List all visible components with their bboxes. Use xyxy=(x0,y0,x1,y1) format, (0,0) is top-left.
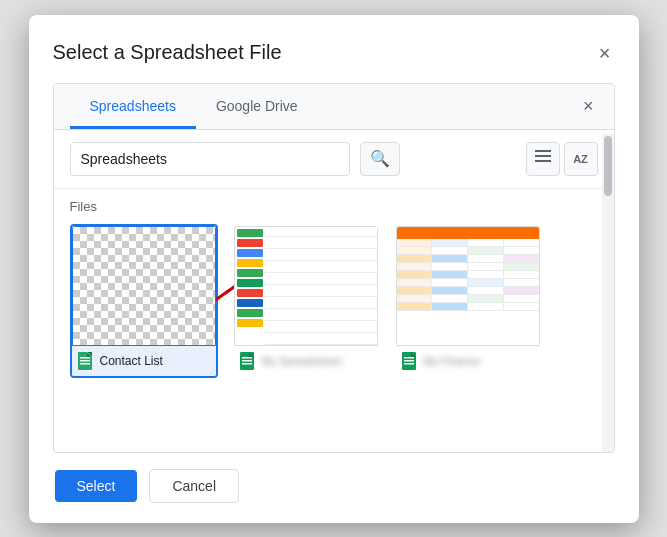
grid-view-icon xyxy=(535,150,551,167)
sheets-icon xyxy=(76,352,94,370)
outer-dialog-title: Select a Spreadsheet File xyxy=(53,41,282,64)
inner-close-button[interactable]: × xyxy=(579,92,598,121)
svg-rect-2 xyxy=(535,160,551,162)
tab-google-drive[interactable]: Google Drive xyxy=(196,84,318,129)
grid-preview xyxy=(265,227,377,345)
file-item[interactable]: My Finance xyxy=(394,224,542,378)
tab-spreadsheets[interactable]: Spreadsheets xyxy=(70,84,196,129)
grid-view-button[interactable] xyxy=(526,142,560,176)
svg-rect-17 xyxy=(404,360,414,362)
file-item[interactable]: My Spreadsheet xyxy=(232,224,380,378)
blank-sheet-preview xyxy=(73,227,215,345)
search-bar: 🔍 AZ xyxy=(54,130,614,189)
search-input[interactable] xyxy=(70,142,350,176)
select-button[interactable]: Select xyxy=(55,470,138,502)
svg-rect-12 xyxy=(242,357,252,359)
file-thumbnail xyxy=(396,226,540,346)
file-name-row: My Finance xyxy=(396,346,540,376)
sort-icon: AZ xyxy=(573,153,588,165)
tab-list: Spreadsheets Google Drive xyxy=(70,84,318,129)
sheets-icon xyxy=(238,352,256,370)
svg-rect-8 xyxy=(80,360,90,362)
sheets-icon xyxy=(400,352,418,370)
sort-az-button[interactable]: AZ xyxy=(564,142,598,176)
outer-close-button[interactable]: × xyxy=(595,39,615,67)
scrollbar[interactable] xyxy=(602,134,614,453)
outer-header: Select a Spreadsheet File × xyxy=(53,39,615,67)
file-name-row: My Spreadsheet xyxy=(234,346,378,376)
svg-rect-18 xyxy=(404,363,414,365)
file-name: My Finance xyxy=(424,355,481,367)
files-grid: Contact List xyxy=(70,224,598,378)
file-thumbnail xyxy=(234,226,378,346)
scrollbar-thumb[interactable] xyxy=(604,136,612,196)
file-name: Contact List xyxy=(100,354,163,368)
cancel-button[interactable]: Cancel xyxy=(149,469,239,503)
inner-dialog-header: Spreadsheets Google Drive × xyxy=(54,84,614,130)
file-item[interactable]: Contact List xyxy=(70,224,218,378)
bar-sheet-preview xyxy=(235,227,377,345)
file-thumbnail xyxy=(72,226,216,346)
file-name-row: Contact List xyxy=(72,346,216,376)
svg-rect-1 xyxy=(535,155,551,157)
svg-rect-13 xyxy=(242,360,252,362)
table-sheet-preview xyxy=(397,227,539,345)
files-label: Files xyxy=(70,199,598,214)
svg-rect-7 xyxy=(80,357,90,359)
file-name: My Spreadsheet xyxy=(262,355,342,367)
svg-rect-14 xyxy=(242,363,252,365)
svg-rect-0 xyxy=(535,150,551,152)
inner-dialog: Spreadsheets Google Drive × 🔍 xyxy=(53,83,615,453)
files-section: Files xyxy=(54,189,614,388)
search-button[interactable]: 🔍 xyxy=(360,142,400,176)
dialog-footer: Select Cancel xyxy=(53,469,615,503)
bar-column xyxy=(235,227,265,345)
outer-dialog: Select a Spreadsheet File × Spreadsheets… xyxy=(29,15,639,523)
svg-rect-16 xyxy=(404,357,414,359)
svg-rect-9 xyxy=(80,363,90,365)
search-icon: 🔍 xyxy=(370,149,390,168)
view-buttons: AZ xyxy=(526,142,598,176)
